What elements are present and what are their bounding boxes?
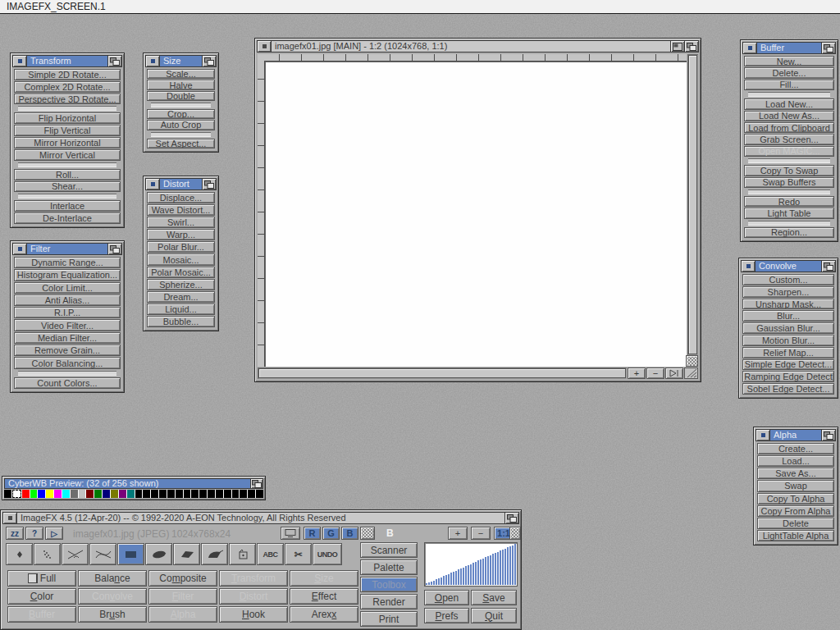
copy-to-swap-button[interactable]: Copy To Swap [744, 165, 834, 176]
load-new-as-button[interactable]: Load New As... [744, 111, 834, 121]
channel-red-button[interactable]: R [304, 527, 321, 540]
save-button[interactable]: Save [471, 590, 517, 605]
curve-tool[interactable] [89, 543, 116, 565]
sharpen-button[interactable]: Sharpen... [742, 286, 834, 298]
flip-vertical-button[interactable]: Flip Vertical [14, 125, 121, 136]
palette-swatch[interactable] [22, 490, 30, 498]
depth-icon[interactable] [821, 261, 835, 272]
complex-2d-rotate-button[interactable]: Complex 2D Rotate... [14, 81, 121, 93]
redo-button[interactable]: Redo [744, 196, 834, 207]
palette-swatch[interactable] [79, 490, 86, 498]
dynamic-range-button[interactable]: Dynamic Range... [14, 257, 121, 268]
video-filter-button[interactable]: Video Filter... [14, 319, 121, 331]
palette-swatch[interactable] [224, 490, 231, 498]
sleep-button[interactable]: zz [6, 527, 24, 540]
convolve-titlebar[interactable]: Convolve [741, 260, 836, 272]
palette-swatch[interactable] [199, 490, 207, 498]
mosaic-button[interactable]: Mosaic... [147, 253, 215, 265]
liquid-button[interactable]: Liquid... [147, 304, 215, 315]
polar-blur-button[interactable]: Polar Blur... [147, 241, 215, 253]
horizontal-scrollbar-thumb[interactable] [258, 368, 626, 378]
palette-titlebar[interactable]: CyberWB Preview: (32 of 256 shown) [4, 478, 263, 489]
size-titlebar[interactable]: Size [145, 55, 217, 67]
unsharp-mask-button[interactable]: Unsharp Mask... [742, 299, 834, 310]
depth-icon[interactable] [107, 56, 121, 66]
palette-swatch[interactable] [135, 490, 143, 498]
palette-swatch[interactable] [151, 490, 158, 498]
light-table-button[interactable]: Light Table [744, 208, 834, 218]
undo-button[interactable]: UNDO [313, 543, 342, 565]
color-button[interactable]: Color [7, 588, 76, 605]
buffer-titlebar[interactable]: Buffer [742, 42, 836, 54]
dither-toggle-button[interactable] [360, 527, 375, 540]
swirl-button[interactable]: Swirl... [147, 217, 215, 228]
zoom-in-button[interactable]: + [448, 527, 468, 540]
toolbar-titlebar[interactable]: ImageFX 4.5 (12-Apr-20) -- © 1992-2020 A… [2, 512, 519, 524]
line-tool[interactable] [62, 543, 89, 565]
palette-swatch[interactable] [46, 490, 53, 498]
displace-button[interactable]: Displace... [147, 192, 215, 203]
count-colors-button[interactable]: Count Colors... [14, 377, 121, 389]
alpha-titlebar[interactable]: Alpha [756, 429, 836, 441]
image-canvas[interactable] [265, 62, 687, 367]
depth-icon[interactable] [684, 41, 698, 52]
crop-button[interactable]: Crop... [147, 109, 215, 119]
delete-button[interactable]: Delete... [744, 67, 834, 78]
help-button[interactable]: ? [25, 527, 43, 540]
composite-button[interactable]: Composite [148, 570, 217, 587]
palette-swatch[interactable] [94, 490, 102, 498]
depth-icon[interactable] [107, 244, 121, 254]
close-icon[interactable] [743, 43, 757, 53]
palette-swatch[interactable] [240, 490, 247, 498]
close-icon[interactable] [756, 430, 770, 441]
scissors-tool[interactable]: ✂ [285, 543, 312, 565]
filter-titlebar[interactable]: Filter [12, 243, 122, 255]
palette-swatch[interactable] [191, 490, 199, 498]
delete-button[interactable]: Delete [757, 518, 834, 529]
perspective-3d-rotate-button[interactable]: Perspective 3D Rotate... [14, 94, 121, 105]
freehand-tool[interactable] [201, 543, 228, 565]
palette-swatch[interactable] [4, 490, 11, 498]
color-limit-button[interactable]: Color Limit... [14, 282, 121, 294]
simple-edge-detect-button[interactable]: Simple Edge Detect... [742, 359, 834, 371]
depth-icon[interactable] [250, 479, 262, 488]
depth-icon[interactable] [202, 56, 216, 66]
blur-button[interactable]: Blur... [742, 310, 834, 322]
screen-titlebar[interactable]: IMAGEFX_SCREEN.1 [0, 0, 840, 14]
palette-swatch[interactable] [216, 490, 223, 498]
polygon-tool[interactable] [173, 543, 200, 565]
load-button[interactable]: Load... [757, 455, 834, 467]
motion-blur-button[interactable]: Motion Blur... [742, 335, 834, 346]
sobel-edge-detect-button[interactable]: Sobel Edge Detect... [742, 383, 834, 395]
histogram-equalization-button[interactable]: Histogram Equalization... [14, 269, 121, 281]
swap-buffers-button[interactable]: Swap Buffers [744, 177, 834, 188]
load-new-button[interactable]: Load New... [744, 98, 834, 109]
palette-swatch[interactable] [54, 490, 62, 498]
balance-button[interactable]: Balance [78, 570, 147, 587]
new-button[interactable]: New... [744, 56, 834, 66]
distort-titlebar[interactable]: Distort [145, 178, 217, 190]
open-button[interactable]: Open [424, 590, 469, 605]
palette-swatch[interactable] [232, 490, 240, 498]
copy-from-alpha-button[interactable]: Copy From Alpha [757, 505, 834, 517]
copy-to-alpha-button[interactable]: Copy To Alpha [757, 493, 834, 504]
warp-button[interactable]: Warp... [147, 229, 215, 240]
anti-alias-button[interactable]: Anti Alias... [14, 294, 121, 306]
palette-swatch[interactable] [127, 490, 135, 498]
pattern-button[interactable] [509, 527, 521, 540]
arexx-button[interactable]: Arexx [290, 606, 358, 623]
vertical-scrollbar[interactable] [687, 54, 698, 355]
close-icon[interactable] [146, 56, 160, 66]
channel-green-button[interactable]: G [322, 527, 340, 540]
print-button[interactable]: Print [360, 611, 418, 627]
palette-swatch[interactable] [71, 490, 78, 498]
scale-button[interactable]: Scale... [147, 69, 215, 79]
set-aspect-button[interactable]: Set Aspect... [147, 139, 215, 148]
oval-tool[interactable] [145, 543, 172, 565]
palette-swatch[interactable] [143, 490, 150, 498]
depth-icon[interactable] [202, 179, 216, 189]
median-filter-button[interactable]: Median Filter... [14, 332, 121, 344]
fill-tool[interactable] [229, 543, 256, 565]
halve-button[interactable]: Halve [147, 80, 215, 89]
close-icon[interactable] [3, 513, 17, 523]
